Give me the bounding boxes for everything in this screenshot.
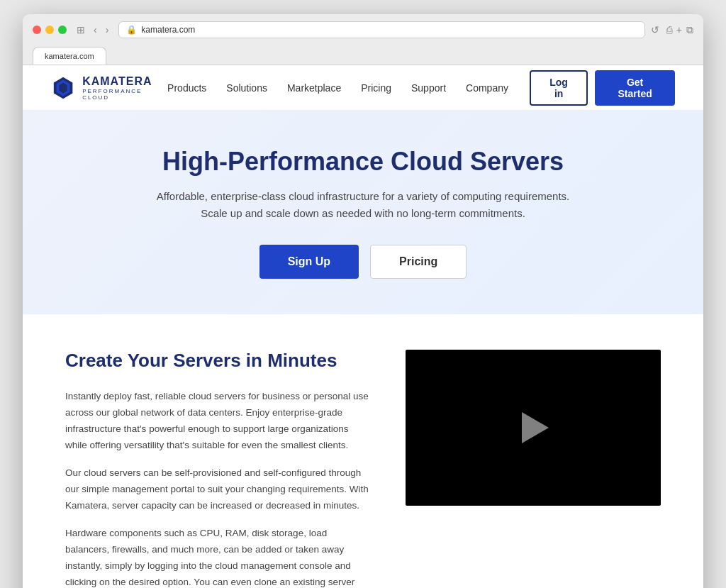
refresh-button[interactable]: ↺ <box>651 24 659 35</box>
nav-actions: Log in Get Started <box>530 70 675 106</box>
hero-subtitle-line1: Affordable, enterprise-class cloud infra… <box>157 190 570 202</box>
nav-support[interactable]: Support <box>411 82 446 94</box>
video-player[interactable] <box>406 350 661 506</box>
tab-label: kamatera.com <box>45 52 94 60</box>
address-bar-actions: ⎙ + ⧉ <box>666 24 693 36</box>
hero-title: High-Performance Cloud Servers <box>51 146 675 177</box>
content-left: Create Your Servers in Minutes Instantly… <box>65 350 370 588</box>
nav-pricing[interactable]: Pricing <box>361 82 391 94</box>
logo[interactable]: KAMATERA PERFORMANCE CLOUD <box>51 75 167 101</box>
content-title: Create Your Servers in Minutes <box>65 350 370 372</box>
content-para-3: Hardware components such as CPU, RAM, di… <box>65 526 370 588</box>
share-button[interactable]: ⎙ <box>666 24 672 35</box>
address-bar[interactable]: 🔒 kamatera.com <box>118 21 644 38</box>
nav-marketplace[interactable]: Marketplace <box>287 82 341 94</box>
sidebar-toggle-button[interactable]: ⊞ <box>74 23 88 37</box>
browser-chrome: ⊞ ‹ › 🔒 kamatera.com ↺ ⎙ + ⧉ kamatera.co… <box>23 14 703 65</box>
logo-text: KAMATERA PERFORMANCE CLOUD <box>82 75 167 101</box>
logo-icon <box>51 75 75 101</box>
main-nav: KAMATERA PERFORMANCE CLOUD Products Solu… <box>23 65 703 111</box>
tabs-overview-button[interactable]: ⧉ <box>686 24 693 36</box>
forward-button[interactable]: › <box>103 23 112 36</box>
hero-subtitle-line2: Scale up and scale down as needed with n… <box>201 207 525 219</box>
logo-sub: PERFORMANCE CLOUD <box>82 88 167 101</box>
nav-products[interactable]: Products <box>167 82 206 94</box>
hero-section: High-Performance Cloud Servers Affordabl… <box>23 111 703 314</box>
get-started-button[interactable]: Get Started <box>595 70 675 106</box>
active-tab[interactable]: kamatera.com <box>33 47 106 65</box>
nav-links: Products Solutions Marketplace Pricing S… <box>167 82 508 94</box>
website: KAMATERA PERFORMANCE CLOUD Products Solu… <box>23 65 703 588</box>
logo-name: KAMATERA <box>82 75 167 88</box>
browser-nav-buttons: ⊞ ‹ › <box>74 23 111 37</box>
back-button[interactable]: ‹ <box>91 23 100 36</box>
pricing-button[interactable]: Pricing <box>370 245 467 279</box>
hero-buttons: Sign Up Pricing <box>51 245 675 279</box>
close-button[interactable] <box>33 26 41 34</box>
new-tab-button[interactable]: + <box>676 24 682 35</box>
maximize-button[interactable] <box>58 26 67 34</box>
signup-button[interactable]: Sign Up <box>259 245 359 279</box>
browser-window: ⊞ ‹ › 🔒 kamatera.com ↺ ⎙ + ⧉ kamatera.co… <box>23 14 703 588</box>
url-text: kamatera.com <box>141 25 195 35</box>
content-para-2: Our cloud servers can be self-provisione… <box>65 465 370 514</box>
traffic-lights <box>33 26 67 34</box>
hero-subtitle: Affordable, enterprise-class cloud infra… <box>51 188 675 222</box>
login-button[interactable]: Log in <box>530 70 588 106</box>
content-right <box>406 350 661 506</box>
security-icon: 🔒 <box>126 25 137 35</box>
content-para-1: Instantly deploy fast, reliable cloud se… <box>65 389 370 454</box>
nav-solutions[interactable]: Solutions <box>226 82 267 94</box>
minimize-button[interactable] <box>45 26 54 34</box>
play-icon <box>522 412 549 443</box>
browser-tab-bar: kamatera.com <box>33 47 693 65</box>
nav-company[interactable]: Company <box>466 82 508 94</box>
address-bar-row: 🔒 kamatera.com ↺ <box>118 21 659 38</box>
content-section: Create Your Servers in Minutes Instantly… <box>23 314 703 588</box>
